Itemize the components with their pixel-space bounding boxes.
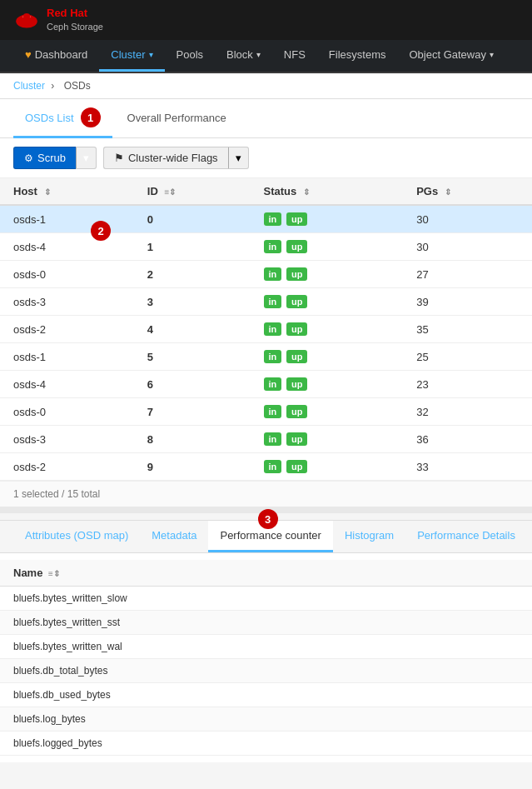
cell-pgs: 23	[403, 371, 532, 398]
name-table: Name ≡⇕ bluefs.bytes_written_slowbluefs.…	[0, 560, 532, 756]
name-table-row[interactable]: bluefs.db_used_bytes	[0, 683, 532, 707]
name-col-header[interactable]: Name ≡⇕	[0, 560, 532, 587]
cell-host: osds-2	[0, 453, 134, 481]
nav-item-block[interactable]: Block ▾	[215, 40, 272, 72]
table-row[interactable]: osds-0 2 in up 27	[0, 261, 532, 288]
status-in-badge: in	[264, 405, 282, 418]
status-in-badge: in	[264, 377, 282, 391]
name-sort-icon: ≡⇕	[48, 569, 60, 578]
dashboard-icon: ♥	[25, 48, 32, 61]
table-row[interactable]: osds-2 4 in up 35	[0, 316, 532, 343]
cell-id: 2	[134, 261, 251, 288]
cluster-wide-flags-button[interactable]: ⚑ Cluster-wide Flags	[103, 147, 228, 169]
table-row[interactable]: osds-3 3 in up 39	[0, 288, 532, 316]
tab-badge-1: 1	[81, 107, 101, 127]
scrub-button-group: ⚙ Scrub ▾	[13, 147, 97, 169]
name-cell: bluefs.bytes_written_slow	[0, 587, 532, 611]
logo-area: Red Hat Ceph Storage	[13, 7, 103, 33]
cell-host: osds-1	[0, 205, 134, 233]
table-footer: 1 selected / 15 total	[0, 481, 532, 507]
name-table-row[interactable]: bluefs.logged_bytes	[0, 732, 532, 756]
host-sort-icon: ⇕	[44, 187, 51, 197]
name-cell: bluefs.db_total_bytes	[0, 659, 532, 683]
name-table-row[interactable]: bluefs.log_bytes	[0, 707, 532, 732]
status-in-badge: in	[264, 212, 282, 226]
tab-attributes[interactable]: Attributes (OSD map)	[13, 521, 140, 552]
name-cell: bluefs.bytes_written_sst	[0, 611, 532, 635]
col-status[interactable]: Status ⇕	[251, 178, 404, 205]
tab-osds-list[interactable]: OSDs List 1	[13, 99, 112, 138]
toolbar: ⚙ Scrub ▾ ⚑ Cluster-wide Flags ▾	[0, 138, 532, 178]
pgs-sort-icon: ⇕	[445, 187, 451, 197]
tab-metadata[interactable]: Metadata	[140, 521, 208, 552]
name-table-row[interactable]: bluefs.db_total_bytes	[0, 659, 532, 683]
cell-pgs: 27	[403, 261, 532, 288]
status-in-badge: in	[264, 267, 282, 281]
table-row[interactable]: osds-4 1 in up 30	[0, 233, 532, 261]
page-content: OSDs List 1 Overall Performance ⚙ Scrub …	[0, 99, 532, 507]
cell-pgs: 30	[403, 233, 532, 261]
cell-id: 7	[134, 398, 251, 426]
breadcrumb-osds: OSDs	[64, 80, 91, 92]
cell-id: 3	[134, 288, 251, 316]
table-row[interactable]: osds-1 5 in up 25	[0, 343, 532, 371]
breadcrumb-cluster[interactable]: Cluster	[13, 80, 45, 92]
tab-overall-performance[interactable]: Overall Performance	[116, 103, 238, 135]
name-table-row[interactable]: bluefs.bytes_written_slow	[0, 587, 532, 611]
nav-item-nfs[interactable]: NFS	[272, 40, 317, 72]
flags-dropdown-button[interactable]: ▾	[228, 147, 249, 169]
cell-pgs: 39	[403, 288, 532, 316]
table-row[interactable]: osds-0 7 in up 32	[0, 398, 532, 426]
status-in-badge: in	[264, 460, 282, 473]
cell-status: in up	[251, 371, 404, 398]
status-up-badge: up	[286, 295, 307, 308]
table-row[interactable]: osds-1 0 in up 30	[0, 205, 532, 233]
tab-performance-details[interactable]: Performance Details	[405, 521, 527, 552]
cell-status: in up	[251, 426, 404, 453]
block-dropdown-arrow: ▾	[256, 50, 261, 59]
cell-pgs: 32	[403, 398, 532, 426]
cell-id: 5	[134, 343, 251, 371]
cell-id: 6	[134, 371, 251, 398]
scrub-button[interactable]: ⚙ Scrub	[13, 147, 76, 169]
circle-badge-2-container: 2	[87, 221, 111, 241]
tab-histogram[interactable]: Histogram	[333, 521, 405, 552]
col-pgs[interactable]: PGs ⇕	[403, 178, 532, 205]
status-up-badge: up	[286, 240, 307, 253]
table-row[interactable]: osds-2 9 in up 33	[0, 453, 532, 481]
cell-id: 4	[134, 316, 251, 343]
name-table-row[interactable]: bluefs.bytes_written_wal	[0, 635, 532, 659]
cell-status: in up	[251, 343, 404, 371]
status-in-badge: in	[264, 432, 282, 446]
name-cell: bluefs.logged_bytes	[0, 732, 532, 756]
col-id[interactable]: ID ≡⇕	[134, 178, 251, 205]
nav-item-object-gateway[interactable]: Object Gateway ▾	[397, 40, 505, 72]
bottom-tabs-container: 3 Attributes (OSD map) Metadata Performa…	[0, 521, 532, 553]
svg-point-1	[23, 13, 30, 18]
cell-id: 1	[134, 233, 251, 261]
flags-icon: ⚑	[114, 152, 124, 164]
cell-pgs: 35	[403, 316, 532, 343]
status-in-badge: in	[264, 295, 282, 308]
nav-item-filesystems[interactable]: Filesystems	[317, 40, 398, 72]
cell-host: osds-0	[0, 261, 134, 288]
breadcrumb: Cluster › OSDs	[0, 73, 532, 99]
status-up-badge: up	[286, 350, 307, 363]
col-host[interactable]: Host ⇕	[0, 178, 134, 205]
cell-host: osds-1	[0, 343, 134, 371]
cell-host: osds-3	[0, 288, 134, 316]
table-row[interactable]: osds-4 6 in up 23	[0, 371, 532, 398]
table-row[interactable]: osds-3 8 in up 36	[0, 426, 532, 453]
name-cell: bluefs.bytes_written_wal	[0, 635, 532, 659]
nav-item-pools[interactable]: Pools	[165, 40, 216, 72]
nav-item-cluster[interactable]: Cluster ▾	[99, 40, 164, 72]
cell-status: in up	[251, 261, 404, 288]
page-tabs-row: OSDs List 1 Overall Performance	[0, 99, 532, 138]
name-table-row[interactable]: bluefs.bytes_written_sst	[0, 611, 532, 635]
redhat-logo-icon	[13, 7, 40, 33]
scrub-dropdown-button[interactable]: ▾	[76, 147, 97, 169]
nav-item-dashboard[interactable]: ♥ Dashboard	[13, 40, 99, 72]
cell-id: 9	[134, 453, 251, 481]
cell-pgs: 33	[403, 453, 532, 481]
status-up-badge: up	[286, 405, 307, 418]
